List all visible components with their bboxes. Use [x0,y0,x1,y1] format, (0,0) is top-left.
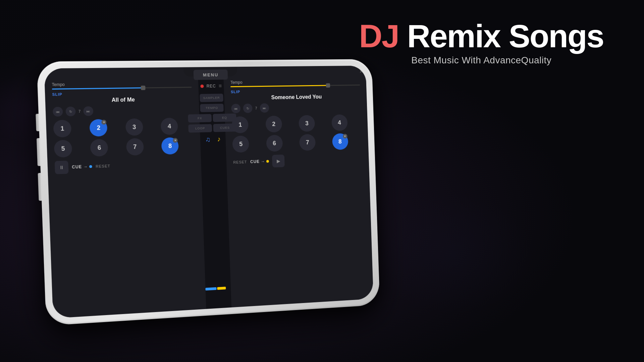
title-rest: Remix Songs [399,18,604,54]
side-button-mute[interactable] [36,114,39,131]
app-title: DJ Remix Songs [359,20,604,52]
left-num-5[interactable]: 5 [54,140,72,158]
dj-app: MENU Tempo SLIP All of Me [44,66,373,318]
deck-right: Tempo SLIP Someone Loved You ✕ ⏮ [223,66,374,307]
right-reset-button[interactable]: RESET [233,160,247,164]
deck-left: Tempo SLIP All of Me ✕ ⏮ [44,67,206,318]
music-note-blue-icon: ♫ [205,135,211,143]
right-tempo-thumb[interactable] [326,83,330,87]
right-transport-row: ⏮ ↻ 7 ⏭ [231,102,361,113]
right-num-8[interactable]: 8 ✕ [332,133,348,150]
right-cue-arrow: → [261,159,265,164]
app-subtitle: Best Music With AdvanceQuality [359,55,604,66]
music-note-yellow-icon: ♪ [217,135,221,143]
left-num-8[interactable]: 8 ✕ [161,137,179,155]
right-bottom-controls: RESET CUE → ▶ [233,153,363,169]
title-dj: DJ [359,18,399,54]
phone-device: MENU Tempo SLIP All of Me [37,59,380,325]
left-loop-count: 7 [78,109,81,113]
right-num-4[interactable]: 4 [331,114,348,131]
right-cue-button[interactable]: CUE → [250,159,269,164]
sampler-button[interactable]: SAMPLER [200,94,223,102]
tempo-button[interactable]: TEMPO [200,104,224,112]
left-tempo-thumb[interactable] [141,85,146,90]
rec-indicator [200,84,204,88]
right-tempo-fill [230,85,328,87]
left-tempo-section: Tempo [52,81,192,90]
left-cue-label: CUE [72,164,82,169]
right-loop-button[interactable]: ↻ [243,104,253,113]
right-num-7[interactable]: 7 [299,134,316,151]
right-song-title: Someone Loved You [231,93,360,101]
right-play-button[interactable]: ▶ [272,155,285,168]
left-num-2[interactable]: 2 ✕ [90,119,108,136]
right-num-pad: 1 2 3 4 5 6 7 8 ✕ [232,114,362,153]
left-forward-button[interactable]: ⏭ [83,106,93,116]
menu-label: MENU [203,72,219,78]
left-song-title: All of Me [52,96,192,104]
side-button-vol-down[interactable] [38,173,42,201]
left-num-pad: 1 2 ✕ 3 4 5 6 7 8 ✕ [53,117,194,158]
right-num-6[interactable]: 6 [266,135,283,152]
right-cue-dot [266,160,269,163]
right-num-8-close[interactable]: ✕ [343,134,347,138]
left-num-3[interactable]: 3 [125,118,143,136]
left-cue-button[interactable]: CUE → [72,164,92,170]
left-num-4[interactable]: 4 [161,118,178,135]
left-tempo-track[interactable] [52,87,192,90]
left-tempo-fill [52,87,144,90]
right-num-1[interactable]: 1 [232,116,249,133]
left-bottom-controls: ⏸ CUE → RESET [55,157,195,174]
left-num-8-close[interactable]: ✕ [173,138,178,143]
right-loop-count: 7 [255,106,257,110]
progress-bar-blue [205,287,217,291]
rec-lines-icon: ≡ [219,83,222,89]
left-num-2-close[interactable]: ✕ [101,120,106,125]
left-loop-button[interactable]: ↻ [65,107,76,116]
left-pause-button[interactable]: ⏸ [55,161,69,174]
right-back-button[interactable]: ⏮ [231,104,241,113]
left-cue-arrow: → [83,164,88,169]
left-num-7[interactable]: 7 [126,138,144,156]
loop-button[interactable]: LOOP [188,124,212,133]
left-back-button[interactable]: ⏮ [53,107,63,117]
menu-bar[interactable]: MENU [194,69,228,80]
phone-screen: MENU Tempo SLIP All of Me [44,66,373,318]
right-num-3[interactable]: 3 [299,115,315,132]
right-cue-label: CUE [250,159,260,164]
rec-label: REC [206,84,216,88]
phone-shell: MENU Tempo SLIP All of Me [37,59,380,325]
progress-bar-row [205,286,231,290]
right-close-button[interactable]: ✕ [359,68,364,75]
left-tempo-label: Tempo [52,81,192,87]
progress-bar-yellow [217,287,226,290]
right-num-5[interactable]: 5 [232,135,250,153]
right-tempo-track[interactable] [230,84,360,87]
music-icons-row: ♫ ♪ [205,135,221,143]
right-tempo-label: Tempo [230,79,360,85]
left-num-6[interactable]: 6 [90,139,108,157]
left-cue-dot [89,165,92,168]
left-reset-button[interactable]: RESET [96,164,110,169]
right-tempo-section: Tempo [230,79,360,87]
left-num-1[interactable]: 1 [53,120,71,137]
left-transport-row: ⏮ ↻ 7 ⏭ [53,105,193,117]
side-button-vol-up[interactable] [37,138,41,166]
right-num-2[interactable]: 2 [265,116,282,132]
fx-button[interactable]: FX [188,114,212,122]
rec-area: REC ≡ [198,80,225,92]
header: DJ Remix Songs Best Music With AdvanceQu… [359,20,604,66]
right-forward-button[interactable]: ⏭ [260,103,269,113]
left-slip-label[interactable]: SLIP [52,90,192,97]
right-slip-label[interactable]: SLIP [231,88,360,94]
